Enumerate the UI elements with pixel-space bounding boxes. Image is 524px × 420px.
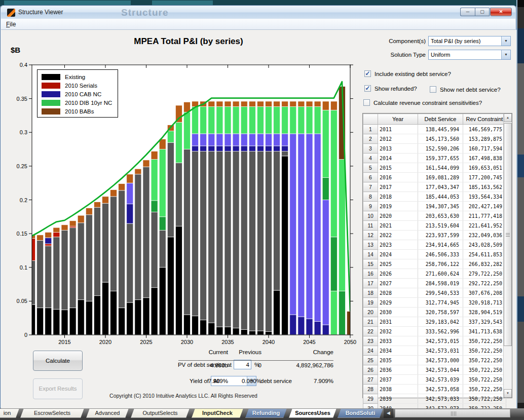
sheet-tab-bar: ◀ ionEscrowSelectsAdvancedOutputSelectsI…: [0, 408, 524, 420]
table-cell: 350,722,250: [463, 385, 506, 394]
scroll-down-icon[interactable]: ▼: [504, 389, 512, 398]
row-number-cell: 13: [363, 240, 378, 250]
tab-advanced[interactable]: Advanced: [86, 408, 129, 418]
table-row[interactable]: 262036342,573,044350,722,250: [363, 365, 506, 375]
copyright-text: Copyright (C) 2010 Intuitive Analytics L…: [87, 393, 280, 399]
table-row[interactable]: 292039342,573,033350,722,250: [363, 394, 506, 404]
table-row[interactable]: 282038342,573,058350,722,250: [363, 385, 506, 394]
checkbox-include-existing[interactable]: ✓ Include existing debt service?: [364, 70, 451, 77]
table-row[interactable]: 22012145,173,560153,289,875: [363, 134, 506, 144]
table-header-year[interactable]: Year: [378, 114, 418, 125]
table-row[interactable]: 202030320,758,597328,904,519: [363, 308, 506, 317]
row-number-cell: 12: [363, 231, 378, 240]
svg-text:0.35: 0.35: [17, 96, 27, 102]
checkbox-icon[interactable]: ✓: [364, 70, 371, 77]
table-row[interactable]: 102020203,653,630211,777,418: [363, 211, 506, 221]
svg-text:0.05: 0.05: [17, 298, 27, 304]
table-row[interactable]: 72017177,043,347185,163,562: [363, 182, 506, 192]
scrollbar-thumb[interactable]: [504, 123, 512, 346]
component-label: Component(s): [359, 38, 426, 44]
table-row[interactable]: 142024246,506,333254,611,853: [363, 250, 506, 259]
table-row[interactable]: 42014159,377,655167,498,838: [363, 154, 506, 163]
row-number-cell: 23: [363, 336, 378, 346]
table-cell: 2037: [378, 375, 418, 385]
table-row[interactable]: 172027284,598,019292,722,250: [363, 279, 506, 288]
table-row[interactable]: 152025258,706,122266,832,282: [363, 259, 506, 269]
table-header-debt-service[interactable]: Debt Service: [418, 114, 463, 125]
table-row[interactable]: 212031329,183,042337,329,543: [363, 317, 506, 327]
menu-file[interactable]: File: [6, 21, 16, 28]
stats-header-previous: Previous: [228, 349, 261, 355]
table-cell: 160,717,594: [463, 144, 506, 154]
table-row[interactable]: 272037342,573,039350,722,250: [363, 375, 506, 385]
legend-swatch: [42, 100, 60, 106]
table-cell: 2016: [378, 173, 418, 182]
table-row[interactable]: 52015161,544,099169,653,051: [363, 163, 506, 173]
row-number-cell: 15: [363, 259, 378, 269]
table-row[interactable]: 242034342,573,031350,722,250: [363, 346, 506, 356]
checkbox-revenue-sensitivities[interactable]: Calculate revenue constraint sensitiviti…: [363, 99, 482, 106]
horizontal-scrollbar[interactable]: [395, 409, 510, 417]
table-cell: 2031: [378, 317, 418, 327]
chevron-down-icon[interactable]: ▼: [501, 36, 510, 46]
table-row[interactable]: 222032333,562,996341,713,638: [363, 327, 506, 336]
tab-escrowselects[interactable]: EscrowSelects: [20, 408, 84, 418]
table-row[interactable]: 192029312,774,945320,918,713: [363, 298, 506, 308]
legend-swatch: [42, 91, 60, 97]
table-row[interactable]: 62016169,081,289177,200,745: [363, 173, 506, 182]
table-row[interactable]: 252035342,573,000350,722,250: [363, 356, 506, 365]
svg-text:2035: 2035: [221, 339, 234, 345]
calculate-button[interactable]: Calculate: [33, 351, 83, 371]
maximize-button[interactable]: ▢: [475, 8, 490, 16]
export-results-button[interactable]: Export Results: [33, 378, 83, 399]
checkbox-show-net[interactable]: Show net debt service?: [430, 86, 501, 93]
table-cell: 152,590,206: [418, 144, 463, 154]
structure-viewer-window: Structure Structure Viewer ─ ▢ ✕ File 00…: [0, 5, 516, 408]
component-dropdown[interactable]: Total P&I (by series) ▼: [428, 36, 511, 46]
tab-bondsoluti[interactable]: BondSoluti: [338, 408, 383, 418]
scroll-up-icon[interactable]: ▲: [504, 113, 512, 122]
table-row[interactable]: 12011138,445,994146,569,775: [363, 125, 506, 134]
stats-row-yield: 7.909%0.000%7.909%: [178, 378, 333, 387]
row-number-cell: 3: [363, 144, 378, 154]
table-row[interactable]: 32013152,590,206160,717,594: [363, 144, 506, 154]
table-row[interactable]: 122022223,937,599232,049,036: [363, 231, 506, 240]
checkbox-show-refunded[interactable]: ✓ Show refunded?: [364, 85, 417, 92]
tab-inputcheck[interactable]: InputCheck: [192, 408, 243, 418]
tab-refunding[interactable]: Refunding: [245, 408, 287, 418]
table-cell: 2013: [378, 144, 418, 154]
table-cell: 138,445,994: [418, 125, 463, 134]
tab-scroll-left-icon[interactable]: ◀: [384, 408, 393, 418]
table-cell: 2035: [378, 356, 418, 365]
checkbox-icon[interactable]: [363, 99, 370, 106]
tab-ion[interactable]: ion: [0, 408, 19, 418]
table-row[interactable]: 112021213,519,604221,641,952: [363, 221, 506, 231]
table-cell: 312,774,945: [418, 298, 463, 308]
table-cell: 342,573,058: [418, 385, 463, 394]
table-row[interactable]: 82018185,444,053193,564,334: [363, 192, 506, 202]
table-cell: 254,611,853: [463, 250, 506, 259]
legend-item: 2010 CAB NC: [38, 90, 118, 98]
table-cell: 2027: [378, 279, 418, 288]
tab-outputselects[interactable]: OutputSelects: [131, 408, 190, 418]
title-bar[interactable]: Structure Structure Viewer ─ ▢ ✕: [1, 6, 515, 19]
table-cell: 223,937,599: [418, 231, 463, 240]
table-row[interactable]: 162026271,600,624279,722,250: [363, 269, 506, 279]
chevron-down-icon[interactable]: ▼: [501, 50, 510, 59]
checkbox-icon[interactable]: [430, 86, 436, 93]
tab-sourcesuses[interactable]: SourcesUses: [289, 408, 336, 418]
table-cell: 328,904,519: [463, 308, 506, 317]
checkbox-icon[interactable]: ✓: [364, 85, 371, 92]
table-row[interactable]: 232033342,573,015350,722,250: [363, 336, 506, 346]
table-header-rownum: [363, 114, 378, 125]
table-row[interactable]: 182028299,540,533307,676,208: [363, 288, 506, 298]
minimize-button[interactable]: ─: [460, 8, 475, 16]
table-vertical-scrollbar[interactable]: ▲ ▼: [503, 113, 512, 398]
table-row[interactable]: 132023234,914,665243,028,509: [363, 240, 506, 250]
background-window-edge: [516, 0, 524, 420]
solution-type-dropdown[interactable]: Uniform ▼: [428, 50, 511, 60]
table-header-rev-constraint[interactable]: Rev Constraint: [463, 114, 506, 125]
table-cell: 342,573,033: [418, 394, 463, 404]
close-button[interactable]: ✕: [490, 8, 512, 16]
table-row[interactable]: 92019194,307,345202,427,149: [363, 202, 506, 211]
